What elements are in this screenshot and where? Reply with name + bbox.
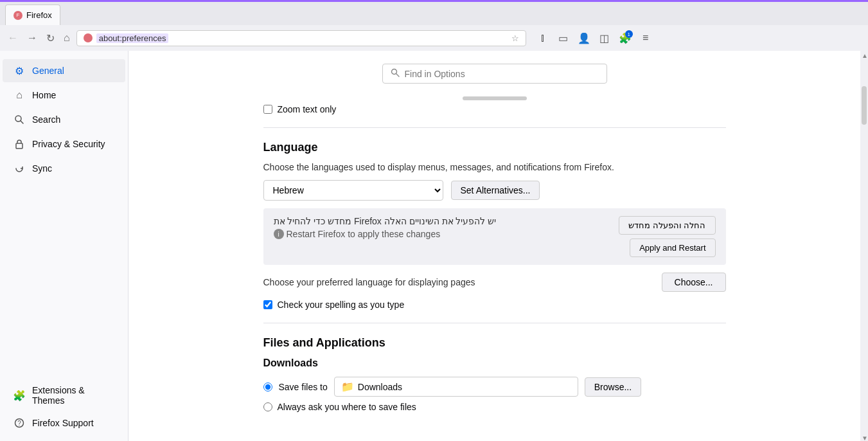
url-bar[interactable]: about:preferences ☆	[76, 30, 526, 46]
sidebar-item-label-search: Search	[32, 114, 60, 125]
always-ask-row: Always ask you where to save files	[263, 402, 726, 412]
sidebar-item-general[interactable]: ⚙ General	[3, 59, 125, 82]
language-section: Language Choose the languages used to di…	[263, 141, 726, 310]
save-files-radio[interactable]	[263, 382, 272, 392]
content-area: Zoom text only Language Choose the langu…	[128, 51, 860, 441]
language-select-row: Hebrew Set Alternatives...	[263, 180, 726, 201]
spell-check-row: Check your spelling as you type	[263, 300, 726, 310]
active-tab[interactable]: F Firefox	[5, 4, 60, 25]
restart-notice-hebrew-text: יש להפעיל את השינויים האלה Firefox מחדש …	[274, 216, 497, 226]
zoom-text-only-checkbox[interactable]	[263, 105, 272, 114]
spell-check-checkbox[interactable]	[263, 300, 272, 309]
scrollbar-up-arrow[interactable]: ▲	[860, 51, 868, 60]
svg-rect-2	[16, 143, 22, 148]
language-select[interactable]: Hebrew	[263, 180, 443, 201]
search-icon	[13, 113, 26, 126]
home-icon: ⌂	[13, 89, 26, 102]
lock-icon	[13, 138, 26, 150]
info-icon: i	[274, 229, 284, 239]
sidebar-item-label-privacy: Privacy & Security	[32, 139, 105, 149]
svg-line-6	[396, 74, 399, 77]
restart-notice: יש להפעיל את השינויים האלה Firefox מחדש …	[263, 208, 726, 265]
find-search-icon	[391, 68, 400, 79]
restart-notice-info: i Restart Firefox to apply these changes	[274, 229, 497, 239]
svg-text:?: ?	[17, 420, 21, 427]
find-options-bar[interactable]	[382, 64, 607, 84]
sidebar-item-label-general: General	[32, 66, 64, 76]
content-inner: Zoom text only Language Choose the langu…	[238, 51, 752, 425]
save-files-label[interactable]: Save files to	[279, 382, 328, 392]
divider-1	[263, 127, 726, 128]
home-button[interactable]: ⌂	[61, 30, 73, 46]
svg-line-1	[21, 121, 23, 123]
save-files-path-display: 📁 Downloads	[334, 377, 578, 397]
url-favicon	[84, 33, 93, 42]
menu-icon[interactable]: ≡	[638, 30, 653, 46]
restart-notice-buttons: החלה והפעלה מחדש Apply and Restart	[619, 216, 715, 257]
always-ask-label[interactable]: Always ask you where to save files	[278, 402, 416, 412]
sidebar: ⚙ General ⌂ Home Search Privacy & Securi…	[0, 51, 128, 441]
sidebar-item-label-support: Firefox Support	[32, 418, 94, 428]
forward-button[interactable]: →	[24, 30, 40, 46]
language-section-title: Language	[263, 141, 726, 154]
reload-button[interactable]: ↻	[44, 30, 57, 47]
sidebar-item-extensions-themes[interactable]: 🧩 Extensions & Themes	[3, 380, 125, 411]
choose-language-button[interactable]: Choose...	[662, 273, 726, 292]
zoom-text-only-label[interactable]: Zoom text only	[278, 104, 337, 114]
gear-icon: ⚙	[13, 64, 26, 77]
sidebar-item-search[interactable]: Search	[3, 108, 125, 131]
tab-bar: F Firefox	[0, 2, 868, 25]
sidebar-item-label-home: Home	[32, 90, 56, 100]
folder-icon: 📁	[341, 381, 354, 393]
divider-2	[263, 323, 726, 323]
account-icon[interactable]: 👤	[576, 30, 592, 46]
bookmark-star-icon[interactable]: ☆	[511, 33, 519, 43]
scrollbar-thumb[interactable]	[862, 86, 867, 125]
scrollbar-down-arrow[interactable]: ▼	[860, 433, 868, 441]
save-files-row: Save files to 📁 Downloads Browse...	[263, 377, 726, 397]
save-files-path: Downloads	[358, 382, 402, 392]
restart-notice-left: יש להפעיל את השינויים האלה Firefox מחדש …	[274, 216, 497, 239]
sidebar-item-firefox-support[interactable]: ? Firefox Support	[3, 411, 125, 435]
zoom-text-only-row: Zoom text only	[263, 104, 726, 114]
restart-notice-english-text: Restart Firefox to apply these changes	[287, 229, 441, 239]
toolbar-icons: ⫿ ▭ 👤 ◫ 🧩 1 ≡	[535, 30, 653, 46]
find-options-input[interactable]	[405, 69, 599, 79]
nav-bar: ← → ↻ ⌂ about:preferences ☆ ⫿ ▭ 👤 ◫ 🧩 1 …	[0, 25, 868, 51]
files-applications-title: Files and Applications	[263, 336, 726, 350]
puzzle-icon: 🧩	[13, 389, 26, 402]
url-text: about:preferences	[96, 33, 169, 43]
browser-chrome: F Firefox ← → ↻ ⌂ about:preferences ☆ ⫿ …	[0, 0, 868, 51]
apply-restart-hebrew-button[interactable]: החלה והפעלה מחדש	[619, 216, 715, 235]
tab-favicon: F	[13, 11, 22, 20]
sidebar-item-label-sync: Sync	[32, 163, 52, 174]
choose-language-text: Choose your preferred language for displ…	[263, 277, 475, 287]
sidebar-toggle-icon[interactable]: ▭	[556, 30, 571, 46]
sidebar-item-privacy-security[interactable]: Privacy & Security	[3, 132, 125, 156]
back-button[interactable]: ←	[5, 30, 21, 46]
tab-label: Firefox	[26, 10, 52, 20]
browser-scrollbar: ▲ ▼	[860, 51, 868, 441]
container-icon[interactable]: ◫	[597, 30, 612, 46]
spell-check-label[interactable]: Check your spelling as you type	[278, 300, 405, 310]
set-alternatives-button[interactable]: Set Alternatives...	[451, 181, 540, 200]
extensions-badge: 1	[625, 30, 633, 38]
browse-button[interactable]: Browse...	[585, 377, 641, 397]
find-options-wrap	[263, 64, 726, 84]
sync-icon	[13, 162, 26, 175]
language-description: Choose the languages used to display men…	[263, 162, 726, 172]
extensions-icon[interactable]: 🧩 1	[617, 30, 633, 46]
main-layout: ⚙ General ⌂ Home Search Privacy & Securi…	[0, 51, 868, 441]
question-icon: ?	[13, 417, 26, 429]
downloads-section: Downloads Save files to 📁 Downloads Brow…	[263, 357, 726, 412]
files-applications-section: Files and Applications Downloads Save fi…	[263, 336, 726, 412]
sidebar-item-sync[interactable]: Sync	[3, 157, 125, 180]
always-ask-radio[interactable]	[263, 402, 272, 411]
sidebar-item-home[interactable]: ⌂ Home	[3, 84, 125, 107]
downloads-title: Downloads	[263, 357, 726, 369]
scroll-thumb	[463, 96, 527, 100]
sidebar-item-label-extensions: Extensions & Themes	[32, 385, 115, 406]
apply-restart-button[interactable]: Apply and Restart	[630, 239, 715, 257]
choose-language-row: Choose your preferred language for displ…	[263, 273, 726, 292]
synced-tabs-icon[interactable]: ⫿	[535, 30, 551, 46]
